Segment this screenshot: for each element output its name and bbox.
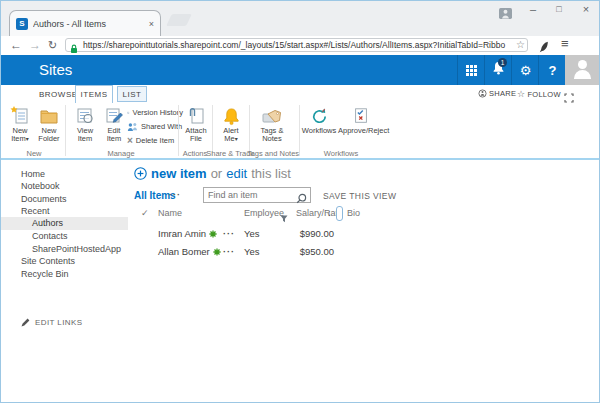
workflows-button[interactable]: Workflows — [301, 105, 337, 147]
column-resize-pill[interactable] — [336, 206, 343, 221]
sidebar-item-authors[interactable]: Authors — [1, 217, 128, 230]
new-item-badge-icon — [209, 230, 217, 238]
new-item-link[interactable]: new item — [151, 166, 207, 181]
user-avatar[interactable] — [565, 55, 600, 85]
forward-icon[interactable]: → — [29, 38, 41, 52]
new-item-icon — [5, 105, 35, 126]
delete-item-button[interactable]: × Delete Item — [127, 134, 183, 147]
view-item-button[interactable]: ViewItem — [70, 105, 100, 147]
list-heading: new item or edit this list — [134, 164, 291, 182]
new-item-badge-icon — [213, 248, 221, 256]
column-header-bio[interactable]: Bio — [347, 206, 360, 220]
sharepoint-favicon: S — [16, 18, 28, 30]
ribbon: NewItem▾ NewFolder ViewItem EditItem Ver… — [1, 103, 599, 160]
notification-badge: 1 — [498, 58, 507, 67]
ribbon-tab-row: BROWSE ITEMS LIST SHARE ☆ FOLLOW — [1, 85, 599, 103]
edit-links-button[interactable]: EDIT LINKS — [21, 318, 82, 327]
pencil-icon — [21, 318, 30, 327]
menu-icon[interactable]: ≡ — [561, 36, 569, 51]
new-item-button[interactable]: NewItem▾ — [5, 105, 35, 147]
share-button[interactable]: SHARE — [478, 89, 516, 98]
shared-with-icon — [127, 122, 138, 132]
edit-item-button[interactable]: EditItem — [99, 105, 129, 147]
browser-tab-strip: S Authors - All Items × – □ × — [1, 1, 599, 36]
ribbon-group-new: New — [26, 149, 41, 158]
table-row: Imran Amin ··· Yes $990.00 — [128, 225, 599, 243]
row-salary: $950.00 — [294, 243, 334, 261]
url-text: https://sharepointtutorials.sharepoint.c… — [83, 40, 512, 50]
version-history-button[interactable]: Version History — [127, 106, 183, 119]
tags-notes-button[interactable]: Tags &Notes — [255, 105, 289, 147]
tab-items[interactable]: ITEMS — [75, 85, 113, 103]
favicon-letter: S — [19, 19, 24, 28]
ribbon-group-workflows: Workflows — [324, 149, 358, 158]
left-navigation: Home Notebook Documents Recent Authors C… — [1, 160, 128, 403]
row-name[interactable]: Imran Amin — [158, 225, 206, 243]
app-launcher-button[interactable] — [457, 55, 485, 85]
attach-file-button[interactable]: AttachFile — [181, 105, 211, 147]
browser-toolbar: ← → ↻ https://sharepointtutorials.sharep… — [1, 36, 599, 55]
avatar-body — [574, 70, 591, 79]
tab-list[interactable]: LIST — [117, 86, 147, 102]
approve-reject-button[interactable]: Approve/Reject — [338, 105, 384, 147]
tab-browse[interactable]: BROWSE — [39, 90, 78, 99]
ribbon-group-actions: Actions — [183, 149, 208, 158]
approve-reject-icon — [338, 105, 384, 126]
help-icon: ? — [549, 63, 557, 78]
workflows-icon — [301, 105, 337, 126]
back-icon[interactable]: ← — [10, 38, 22, 52]
row-ellipsis-menu[interactable]: ··· — [223, 225, 235, 243]
follow-button[interactable]: ☆ FOLLOW — [517, 89, 561, 99]
follow-star-icon: ☆ — [517, 89, 525, 99]
minimize-button[interactable]: – — [524, 3, 542, 15]
notifications-button[interactable]: 1 — [484, 55, 512, 85]
row-name[interactable]: Allan Bomer — [158, 243, 210, 261]
page-content: Home Notebook Documents Recent Authors C… — [1, 160, 599, 403]
sidebar-item-notebook[interactable]: Notebook — [1, 180, 128, 193]
maximize-button[interactable]: □ — [550, 4, 568, 14]
address-bar[interactable]: https://sharepointtutorials.sharepoint.c… — [65, 38, 528, 52]
browser-window: S Authors - All Items × – □ × ← → ↻ http… — [0, 0, 600, 403]
select-all-check-icon[interactable]: ✓ — [141, 206, 149, 220]
plus-circle-icon[interactable] — [134, 167, 147, 180]
dropdown-arrow-icon: ▾ — [26, 136, 29, 142]
table-row: Allan Bomer ··· Yes $950.00 — [128, 243, 599, 261]
browser-tab[interactable]: S Authors - All Items × — [9, 10, 161, 36]
tags-notes-icon — [255, 105, 289, 126]
refresh-icon[interactable]: ↻ — [48, 39, 57, 52]
shared-with-button[interactable]: Shared With — [127, 120, 183, 133]
attach-file-icon — [181, 105, 211, 126]
new-folder-button[interactable]: NewFolder — [34, 105, 64, 147]
gear-icon: ⚙ — [520, 63, 532, 78]
row-employee: Yes — [244, 243, 260, 261]
new-tab-button[interactable] — [166, 14, 192, 26]
sort-descending-icon: ↓ — [327, 206, 332, 220]
view-ellipsis-menu[interactable]: ··· — [169, 190, 181, 200]
help-button[interactable]: ? — [538, 55, 566, 85]
dropdown-arrow-icon: ▾ — [235, 136, 238, 142]
row-ellipsis-menu[interactable]: ··· — [223, 243, 235, 261]
sidebar-item-site-contents[interactable]: Site Contents — [1, 255, 128, 268]
close-button[interactable]: × — [577, 3, 595, 15]
profile-icon[interactable] — [499, 5, 512, 23]
version-history-icon — [127, 108, 130, 118]
alert-me-button[interactable]: AlertMe▾ — [216, 105, 246, 147]
sidebar-item-recycle-bin[interactable]: Recycle Bin — [1, 268, 128, 281]
search-input[interactable] — [204, 188, 300, 202]
column-header-employee[interactable]: Employee — [244, 206, 284, 220]
new-folder-icon — [34, 105, 64, 126]
alert-me-bell-icon — [216, 105, 246, 126]
save-this-view-link[interactable]: SAVE THIS VIEW — [323, 191, 396, 201]
site-title[interactable]: Sites — [39, 61, 72, 78]
or-text: or — [211, 166, 223, 181]
edit-list-link[interactable]: edit — [226, 166, 247, 181]
settings-button[interactable]: ⚙ — [511, 55, 539, 85]
delete-x-icon: × — [127, 135, 133, 146]
find-item-searchbox — [203, 187, 311, 203]
suite-bar: Sites 1 ⚙ ? — [1, 55, 599, 85]
tab-close-icon[interactable]: × — [149, 19, 154, 29]
view-item-icon — [70, 105, 100, 126]
column-header-name[interactable]: Name — [158, 206, 182, 220]
bookmark-star-icon[interactable]: ☆ — [516, 39, 525, 50]
sidebar-item-contacts[interactable]: Contacts — [1, 230, 128, 243]
